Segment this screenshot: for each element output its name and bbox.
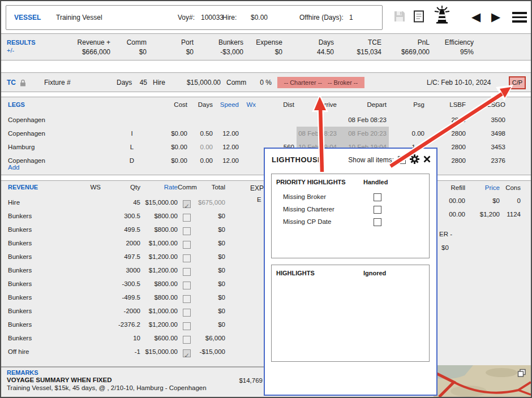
comm-checkbox[interactable] [183,214,191,222]
revenue-qty[interactable]: -2000 [103,304,143,318]
col-days: Days [190,101,215,108]
revenue-qty[interactable]: -499.5 [103,291,143,304]
leg-depart[interactable]: 08 Feb 08:23 [339,113,389,127]
show-all-items-checkbox[interactable] [398,156,406,164]
comm-checkbox[interactable] [183,227,191,235]
leg-lsbf[interactable]: 2800 [427,113,468,127]
col-rate[interactable]: Rate [143,184,180,191]
comm-checkbox[interactable] [183,309,191,317]
laycan-value[interactable]: L/C: Feb 10-10, 2024 [427,79,491,86]
revenue-label: Off hire [6,345,86,358]
comm-checkbox[interactable] [183,200,191,208]
leg-port[interactable]: Copenhagen [6,113,127,127]
hire-value[interactable]: $0.00 [242,13,268,22]
save-icon[interactable] [393,10,406,25]
col-wx[interactable]: Wx [241,101,258,108]
revenue-rate[interactable]: $1,200.00 [143,263,180,277]
comm-checkbox[interactable] [183,336,191,344]
leg-lsgo[interactable]: 3498 [468,127,508,140]
result-tce: TCE$15,034 [334,38,381,56]
leg-speed[interactable]: 12.00 [215,127,241,140]
tc-days-value[interactable]: 45 [130,79,147,86]
revenue-qty[interactable]: 3000 [103,263,143,277]
missing-broker-checkbox[interactable] [374,193,381,201]
menu-icon[interactable] [512,12,527,25]
price-value[interactable]: $0 [474,197,500,204]
comm-checkbox[interactable] [183,241,191,249]
revenue-qty[interactable]: 45 [103,196,143,209]
revenue-qty[interactable]: -300.5 [103,277,143,291]
comm-checkbox[interactable] [183,349,191,357]
revenue-qty[interactable]: 10 [103,331,143,345]
leg-port[interactable]: Hamburg [6,140,127,154]
revenue-rate[interactable]: $15,000.00 [143,196,180,209]
revenue-rate[interactable]: $800.00 [143,291,180,304]
popout-icon[interactable] [517,369,526,379]
revenue-qty[interactable]: -1 [103,345,143,358]
tc-comm-value[interactable]: 0 % [246,79,272,86]
gear-icon[interactable] [410,154,419,166]
comm-checkbox[interactable] [183,254,191,262]
tc-label[interactable]: TC [7,79,16,86]
leg-speed[interactable]: 12.00 [215,140,241,154]
fixture-label[interactable]: Fixture # [44,79,71,86]
col-speed[interactable]: Speed [215,101,241,108]
leg-cost[interactable]: $0.00 [139,154,190,167]
revenue-qty[interactable]: 300.5 [103,209,143,223]
comm-checkbox[interactable] [183,295,191,303]
revenue-rate[interactable]: $800.00 [143,209,180,223]
revenue-qty[interactable]: 499.5 [103,223,143,236]
revenue-qty[interactable]: 497.5 [103,250,143,263]
charterer-placeholder[interactable]: -- Charterer -- [284,79,322,86]
leg-cost[interactable]: $0.00 [139,140,190,154]
forward-arrow-icon[interactable]: ▶ [491,11,500,23]
vessel-label[interactable]: VESSEL [14,13,41,22]
comm-checkbox[interactable] [183,268,191,276]
leg-port[interactable]: Copenhagen [6,154,127,167]
revenue-qty[interactable]: 2000 [103,236,143,250]
results-label: RESULTS [7,38,36,46]
leg-lsgo[interactable]: 2376 [468,154,508,167]
revenue-row: Bunkers 300.5 $800.00 $0 [6,209,228,223]
tc-hire-value[interactable]: $15,000.00 [171,79,221,86]
revenue-rate[interactable]: $1,000.00 [143,236,180,250]
leg-speed[interactable]: 12.00 [215,154,241,167]
back-arrow-icon[interactable]: ◀ [471,11,480,23]
close-icon[interactable] [423,155,431,165]
comm-checkbox[interactable] [183,282,191,289]
revenue-rate[interactable]: $800.00 [143,223,180,236]
revenue-qty[interactable]: -2376.2 [103,318,143,331]
col-price[interactable]: Price [474,184,500,191]
results-title[interactable]: RESULTS +/- [7,38,36,54]
notes-icon[interactable] [413,10,425,25]
leg-lsbf[interactable]: 2800 [427,127,468,140]
lock-icon[interactable] [20,79,26,88]
leg-lsgo[interactable]: 3500 [468,113,508,127]
revenue-rate[interactable]: $1,000.00 [143,304,180,318]
revenue-rate[interactable]: $800.00 [143,277,180,291]
revenue-rate[interactable]: $15,000.00 [143,345,180,358]
leg-days[interactable]: 0.50 [190,127,215,140]
offhire-value[interactable]: 1 [349,13,353,22]
cp-button[interactable]: C/P [509,76,526,89]
revenue-label: Bunkers [6,318,86,331]
missing-cp-date-checkbox[interactable] [374,218,381,226]
leg-cost[interactable]: $0.00 [139,127,190,140]
add-leg-link[interactable]: Add [8,164,19,171]
comm-checkbox[interactable] [183,322,191,330]
leg-days[interactable]: 0.00 [190,154,215,167]
revenue-label: Bunkers [6,331,86,345]
remarks-title[interactable]: REMARKS [7,369,38,376]
vessel-name[interactable]: Training Vessel [56,13,102,22]
lighthouse-icon[interactable] [430,6,454,25]
revenue-rate[interactable]: $1,200.00 [143,250,180,263]
leg-port[interactable]: Copenhagen [6,127,127,140]
results-plusminus[interactable]: +/- [7,46,36,54]
missing-charterer-checkbox[interactable] [374,206,381,214]
leg-lsgo[interactable]: 3453 [468,140,508,154]
voyage-number-value[interactable]: 100033 [201,13,224,22]
price-value[interactable]: $1,200 [474,211,500,218]
revenue-rate[interactable]: $600.00 [143,331,180,345]
revenue-rate[interactable]: $1,200.00 [143,318,180,331]
broker-placeholder[interactable]: -- Broker -- [328,79,358,86]
